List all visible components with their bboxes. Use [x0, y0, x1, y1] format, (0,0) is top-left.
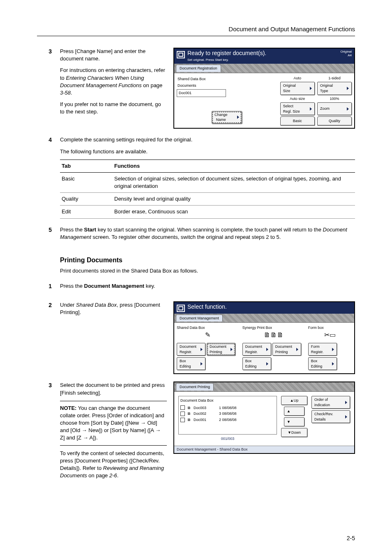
tab-doc-registration[interactable]: Document Registration — [176, 65, 221, 72]
functions-table: Tab Functions BasicSelection of original… — [60, 160, 355, 219]
screen-breadcrumb: Document Management - Shared Data Box — [174, 446, 354, 453]
doc-registr-button[interactable]: Document Registr. — [177, 343, 205, 356]
screen-subtitle: Set original. Press Start key. — [187, 58, 266, 62]
order-of-indication-button[interactable]: Order of indication — [311, 396, 350, 409]
check-rev-details-button[interactable]: Check/Rev. Details — [311, 410, 350, 423]
step4-para1: Complete the scanning settings required … — [60, 136, 355, 143]
screen-title: Select function. — [187, 303, 227, 310]
table-row: BasicSelection of original sizes, select… — [60, 172, 355, 192]
box-editing-button[interactable]: Box Editing — [308, 357, 337, 370]
step-number: 3 — [37, 382, 60, 483]
step5-text: Press the Start key to start scanning th… — [60, 226, 355, 241]
header-rule — [37, 36, 355, 36]
auto-label: Auto — [280, 76, 315, 81]
change-name-button[interactable]: Change Name — [212, 111, 242, 124]
zoom-pct-label: 100% — [317, 96, 352, 102]
screen-select-function: Select function. Document Management Sha… — [173, 301, 355, 375]
synergy-box-title: Synergy Print Box — [242, 325, 305, 331]
table-row: EditBorder erase, Continuous scan — [60, 206, 355, 218]
printing-documents-heading: Printing Documents — [60, 256, 355, 265]
screen-title: Ready to register document(s). — [187, 50, 266, 56]
step3-para3: If you prefer not to name the document, … — [60, 101, 167, 116]
basic-tab-button[interactable]: Basic — [280, 116, 315, 125]
documents-label: Documents — [178, 83, 277, 88]
scroll-down-button[interactable]: ▼ — [284, 417, 304, 426]
screen-icon — [177, 51, 185, 58]
doc-registr-button[interactable]: Document Registr. — [242, 343, 271, 356]
list-counter: 001/003 — [178, 436, 277, 442]
th-functions: Functions — [113, 160, 355, 172]
step-5: 5 Press the Start key to start scanning … — [37, 226, 355, 245]
running-head: Document and Output Management Functions — [37, 25, 355, 33]
step-4: 4 Complete the scanning settings require… — [37, 136, 355, 218]
step-number: 4 — [37, 136, 60, 218]
shared-box-icon: ✎ — [177, 331, 239, 342]
page-number: 2-5 — [347, 534, 355, 543]
tab-doc-management[interactable]: Document Management — [176, 314, 223, 322]
document-name-field: Doc001 — [177, 89, 226, 97]
synergy-box-icon: 🗎🗎🗎 — [242, 331, 305, 342]
one-sided-label: 1-sided — [317, 76, 352, 81]
note-block: NOTE: You can change the document collat… — [60, 401, 167, 446]
doc-printing-button[interactable]: Document Printing — [272, 343, 301, 356]
pstep3-para2: To verify the content of selected docume… — [60, 450, 167, 480]
form-box-icon: ✂︎▭ — [308, 331, 352, 342]
box-editing-button[interactable]: Box Editing — [242, 357, 271, 370]
pstep2-text: Under Shared Data Box, press [Document P… — [60, 301, 167, 370]
print-step-3: 3 Select the document to be printed and … — [37, 382, 355, 483]
step3-para1: Press [Change Name] and enter the docume… — [60, 48, 167, 62]
shared-data-box-label: Shared Data Box — [178, 76, 277, 82]
step-number: 3 — [37, 48, 60, 129]
original-type-button[interactable]: Original Type — [317, 82, 352, 95]
print-step-1: 1 Press the Document Management key. — [37, 282, 355, 294]
doc-printing-button[interactable]: Document Printing — [207, 343, 235, 356]
original-size-indicator: OriginalA4 — [340, 50, 352, 58]
tab-doc-printing[interactable]: Document Printing — [176, 383, 214, 391]
screen-register: Ready to register document(s). Set origi… — [173, 48, 355, 129]
original-size-button[interactable]: Original Size — [280, 82, 315, 95]
down-button[interactable]: ▼ Down — [281, 428, 307, 437]
screen-icon — [177, 305, 185, 312]
select-regl-size-button[interactable]: Select Regl. Size — [280, 102, 315, 115]
form-registr-button[interactable]: Form Registr. — [308, 343, 337, 356]
step3-para2: For instructions on entering characters,… — [60, 67, 167, 97]
printing-intro: Print documents stored in the Shared Dat… — [60, 267, 355, 275]
up-button[interactable]: ▲ Up — [281, 396, 307, 405]
step4-para2: The following functions are available. — [60, 148, 355, 155]
step-3: 3 Press [Change Name] and enter the docu… — [37, 48, 355, 129]
scroll-up-button[interactable]: ▲ — [284, 407, 304, 416]
list-item[interactable]: 🗎Doc0031 08/08/08 — [180, 405, 275, 411]
list-item[interactable]: 🗎Doc0012 08/08/08 — [180, 417, 275, 423]
box-editing-button[interactable]: Box Editing — [177, 357, 205, 370]
doc-list: Document Data Box 🗎Doc0031 08/08/08 🗎Doc… — [178, 396, 277, 435]
pstep3-para1: Select the document to be printed and pr… — [60, 382, 167, 396]
auto-size-label: Auto size — [280, 96, 315, 102]
doc-data-box-title: Document Data Box — [180, 398, 275, 403]
screen-doc-printing: Document Printing Document Data Box 🗎Doc… — [173, 382, 355, 453]
zoom-button[interactable]: Zoom — [317, 102, 352, 115]
step-number: 1 — [37, 282, 60, 294]
form-box-title: Form box — [308, 325, 352, 331]
pstep1-text: Press the Document Management key. — [60, 282, 355, 290]
list-item[interactable]: 🗎Doc0023 08/08/08 — [180, 411, 275, 417]
step-number: 2 — [37, 301, 60, 375]
table-row: QualityDensity level and original qualit… — [60, 193, 355, 206]
quality-tab-button[interactable]: Quality — [317, 116, 352, 125]
th-tab: Tab — [60, 160, 113, 172]
shared-box-title: Shared Data Box — [177, 325, 239, 331]
print-step-2: 2 Under Shared Data Box, press [Document… — [37, 301, 355, 375]
step-number: 5 — [37, 226, 60, 245]
